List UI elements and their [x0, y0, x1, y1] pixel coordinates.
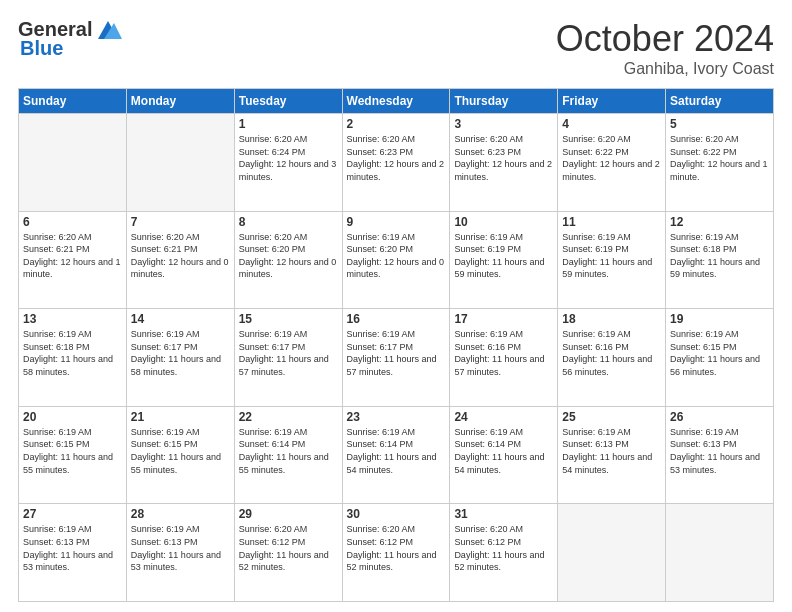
col-tuesday: Tuesday — [234, 89, 342, 114]
day-number: 24 — [454, 410, 553, 424]
title-block: October 2024 Ganhiba, Ivory Coast — [556, 18, 774, 78]
day-number: 16 — [347, 312, 446, 326]
calendar-day: 1Sunrise: 6:20 AM Sunset: 6:24 PM Daylig… — [234, 114, 342, 212]
day-detail: Sunrise: 6:19 AM Sunset: 6:14 PM Dayligh… — [454, 426, 553, 476]
day-number: 12 — [670, 215, 769, 229]
col-monday: Monday — [126, 89, 234, 114]
col-thursday: Thursday — [450, 89, 558, 114]
day-detail: Sunrise: 6:20 AM Sunset: 6:12 PM Dayligh… — [239, 523, 338, 573]
day-number: 20 — [23, 410, 122, 424]
calendar-day: 8Sunrise: 6:20 AM Sunset: 6:20 PM Daylig… — [234, 211, 342, 309]
header: General Blue October 2024 Ganhiba, Ivory… — [18, 18, 774, 78]
calendar-day: 31Sunrise: 6:20 AM Sunset: 6:12 PM Dayli… — [450, 504, 558, 602]
month-year: October 2024 — [556, 18, 774, 60]
day-number: 29 — [239, 507, 338, 521]
day-detail: Sunrise: 6:20 AM Sunset: 6:23 PM Dayligh… — [347, 133, 446, 183]
day-detail: Sunrise: 6:19 AM Sunset: 6:13 PM Dayligh… — [562, 426, 661, 476]
calendar-day: 6Sunrise: 6:20 AM Sunset: 6:21 PM Daylig… — [19, 211, 127, 309]
day-number: 4 — [562, 117, 661, 131]
calendar-day: 14Sunrise: 6:19 AM Sunset: 6:17 PM Dayli… — [126, 309, 234, 407]
day-number: 10 — [454, 215, 553, 229]
day-number: 5 — [670, 117, 769, 131]
day-detail: Sunrise: 6:19 AM Sunset: 6:17 PM Dayligh… — [347, 328, 446, 378]
col-friday: Friday — [558, 89, 666, 114]
calendar-day: 27Sunrise: 6:19 AM Sunset: 6:13 PM Dayli… — [19, 504, 127, 602]
calendar-day: 23Sunrise: 6:19 AM Sunset: 6:14 PM Dayli… — [342, 406, 450, 504]
day-number: 2 — [347, 117, 446, 131]
day-detail: Sunrise: 6:20 AM Sunset: 6:24 PM Dayligh… — [239, 133, 338, 183]
day-detail: Sunrise: 6:19 AM Sunset: 6:17 PM Dayligh… — [131, 328, 230, 378]
day-number: 19 — [670, 312, 769, 326]
day-detail: Sunrise: 6:19 AM Sunset: 6:15 PM Dayligh… — [131, 426, 230, 476]
calendar-day: 16Sunrise: 6:19 AM Sunset: 6:17 PM Dayli… — [342, 309, 450, 407]
day-number: 27 — [23, 507, 122, 521]
calendar-day: 7Sunrise: 6:20 AM Sunset: 6:21 PM Daylig… — [126, 211, 234, 309]
calendar-day: 29Sunrise: 6:20 AM Sunset: 6:12 PM Dayli… — [234, 504, 342, 602]
day-number: 6 — [23, 215, 122, 229]
day-number: 21 — [131, 410, 230, 424]
calendar-day — [19, 114, 127, 212]
calendar-day — [666, 504, 774, 602]
day-number: 25 — [562, 410, 661, 424]
calendar-day: 12Sunrise: 6:19 AM Sunset: 6:18 PM Dayli… — [666, 211, 774, 309]
calendar-day: 20Sunrise: 6:19 AM Sunset: 6:15 PM Dayli… — [19, 406, 127, 504]
day-detail: Sunrise: 6:19 AM Sunset: 6:13 PM Dayligh… — [131, 523, 230, 573]
day-detail: Sunrise: 6:20 AM Sunset: 6:20 PM Dayligh… — [239, 231, 338, 281]
day-number: 7 — [131, 215, 230, 229]
location: Ganhiba, Ivory Coast — [556, 60, 774, 78]
day-number: 1 — [239, 117, 338, 131]
calendar-day: 25Sunrise: 6:19 AM Sunset: 6:13 PM Dayli… — [558, 406, 666, 504]
day-detail: Sunrise: 6:20 AM Sunset: 6:23 PM Dayligh… — [454, 133, 553, 183]
col-saturday: Saturday — [666, 89, 774, 114]
col-sunday: Sunday — [19, 89, 127, 114]
calendar-day: 28Sunrise: 6:19 AM Sunset: 6:13 PM Dayli… — [126, 504, 234, 602]
day-detail: Sunrise: 6:19 AM Sunset: 6:19 PM Dayligh… — [562, 231, 661, 281]
page: General Blue October 2024 Ganhiba, Ivory… — [0, 0, 792, 612]
day-number: 13 — [23, 312, 122, 326]
calendar-day — [126, 114, 234, 212]
calendar-day: 4Sunrise: 6:20 AM Sunset: 6:22 PM Daylig… — [558, 114, 666, 212]
calendar-day: 10Sunrise: 6:19 AM Sunset: 6:19 PM Dayli… — [450, 211, 558, 309]
calendar-day: 22Sunrise: 6:19 AM Sunset: 6:14 PM Dayli… — [234, 406, 342, 504]
day-number: 15 — [239, 312, 338, 326]
logo-icon — [94, 19, 122, 41]
calendar-day: 3Sunrise: 6:20 AM Sunset: 6:23 PM Daylig… — [450, 114, 558, 212]
day-number: 26 — [670, 410, 769, 424]
calendar-day: 2Sunrise: 6:20 AM Sunset: 6:23 PM Daylig… — [342, 114, 450, 212]
calendar-day: 19Sunrise: 6:19 AM Sunset: 6:15 PM Dayli… — [666, 309, 774, 407]
calendar-week-4: 20Sunrise: 6:19 AM Sunset: 6:15 PM Dayli… — [19, 406, 774, 504]
calendar-header-row: Sunday Monday Tuesday Wednesday Thursday… — [19, 89, 774, 114]
calendar-week-5: 27Sunrise: 6:19 AM Sunset: 6:13 PM Dayli… — [19, 504, 774, 602]
day-detail: Sunrise: 6:20 AM Sunset: 6:21 PM Dayligh… — [131, 231, 230, 281]
day-detail: Sunrise: 6:19 AM Sunset: 6:13 PM Dayligh… — [23, 523, 122, 573]
day-number: 9 — [347, 215, 446, 229]
day-number: 23 — [347, 410, 446, 424]
day-detail: Sunrise: 6:19 AM Sunset: 6:18 PM Dayligh… — [670, 231, 769, 281]
calendar-week-3: 13Sunrise: 6:19 AM Sunset: 6:18 PM Dayli… — [19, 309, 774, 407]
day-detail: Sunrise: 6:20 AM Sunset: 6:12 PM Dayligh… — [454, 523, 553, 573]
day-detail: Sunrise: 6:19 AM Sunset: 6:18 PM Dayligh… — [23, 328, 122, 378]
calendar-week-1: 1Sunrise: 6:20 AM Sunset: 6:24 PM Daylig… — [19, 114, 774, 212]
day-detail: Sunrise: 6:19 AM Sunset: 6:20 PM Dayligh… — [347, 231, 446, 281]
day-number: 31 — [454, 507, 553, 521]
day-number: 11 — [562, 215, 661, 229]
col-wednesday: Wednesday — [342, 89, 450, 114]
calendar-day: 5Sunrise: 6:20 AM Sunset: 6:22 PM Daylig… — [666, 114, 774, 212]
calendar-day: 18Sunrise: 6:19 AM Sunset: 6:16 PM Dayli… — [558, 309, 666, 407]
day-number: 22 — [239, 410, 338, 424]
calendar-day: 26Sunrise: 6:19 AM Sunset: 6:13 PM Dayli… — [666, 406, 774, 504]
calendar: Sunday Monday Tuesday Wednesday Thursday… — [18, 88, 774, 602]
calendar-day: 13Sunrise: 6:19 AM Sunset: 6:18 PM Dayli… — [19, 309, 127, 407]
calendar-day: 30Sunrise: 6:20 AM Sunset: 6:12 PM Dayli… — [342, 504, 450, 602]
day-detail: Sunrise: 6:20 AM Sunset: 6:22 PM Dayligh… — [562, 133, 661, 183]
day-detail: Sunrise: 6:19 AM Sunset: 6:16 PM Dayligh… — [454, 328, 553, 378]
day-detail: Sunrise: 6:20 AM Sunset: 6:22 PM Dayligh… — [670, 133, 769, 183]
calendar-day: 11Sunrise: 6:19 AM Sunset: 6:19 PM Dayli… — [558, 211, 666, 309]
logo-blue-text: Blue — [20, 37, 63, 60]
day-detail: Sunrise: 6:19 AM Sunset: 6:14 PM Dayligh… — [239, 426, 338, 476]
day-number: 3 — [454, 117, 553, 131]
day-detail: Sunrise: 6:20 AM Sunset: 6:21 PM Dayligh… — [23, 231, 122, 281]
day-number: 18 — [562, 312, 661, 326]
day-number: 28 — [131, 507, 230, 521]
day-number: 17 — [454, 312, 553, 326]
